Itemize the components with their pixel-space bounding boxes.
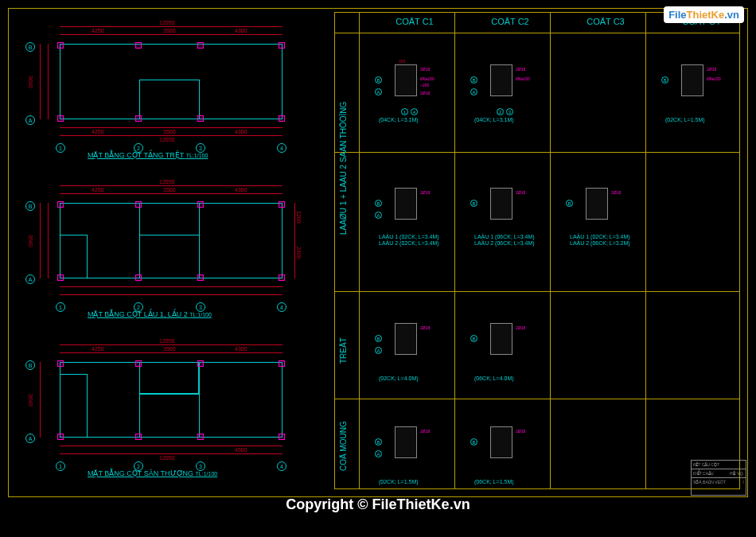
dim-s3-3: 4300: [235, 346, 247, 352]
r4-axis-a: A: [375, 450, 382, 457]
dim-1200: 1200: [296, 211, 302, 224]
col-mark-2a: [135, 42, 142, 49]
axis-a: A: [375, 88, 382, 95]
r4-axis-b: B: [375, 438, 382, 446]
section-r2c2: B 2Ø18 LAÀU 1 (06CK; L=3.4M) LAÀU 2 (06C…: [458, 168, 546, 247]
sl-r2c1b: LAÀU 2 (02CK; L=3.4M): [379, 240, 439, 246]
section-r3c1: B A 2Ø18 (02CK; L=4.0M): [363, 303, 450, 383]
dim-span1: 4250: [92, 28, 104, 33]
dim-s1-2: 4250: [92, 187, 104, 193]
dim-bot-spans2: [60, 286, 283, 287]
row-label-ground: TREÄT: [339, 315, 348, 387]
dim-top-spans2: [60, 193, 283, 194]
dim-total-b: 12050: [159, 137, 174, 142]
dim-span2: 3500: [163, 28, 176, 33]
section-r4c2: B 2Ø18 (06CK; L=1.5M): [458, 407, 546, 486]
r3c2-axis-b: B: [470, 335, 477, 342]
cm3-3b: [197, 434, 204, 440]
dim-bot-spans: [60, 127, 283, 128]
dim-total2: 12050: [159, 179, 174, 185]
dim-bot-total: [60, 135, 283, 136]
col-mark-4a: [279, 42, 285, 49]
floor-plan-floors12: 12050 4250 3500 4300 3640 1200 2400 1 2 …: [16, 179, 310, 314]
col-mark-3b: [197, 115, 204, 122]
grid2-4: 4: [277, 302, 286, 312]
row-label-roof: LAÀØU 1 + LAÀU 2 SAÂN THÖÔÏNG: [339, 45, 348, 291]
dim-width2: 3640: [28, 235, 33, 247]
axis-2: 2: [497, 108, 504, 115]
tb-l1: KIỂT CAẤU HỆ: VQ.: [692, 469, 746, 478]
header-c3: COÄT C3: [574, 17, 637, 26]
sect-rect: [395, 426, 417, 458]
dim-top-spans: [60, 34, 283, 35]
grid2-1: 1: [56, 302, 65, 312]
plan-title-roof: MẶT BẰNG CỘT SÂN THƯỢNG TL:1/100: [88, 469, 217, 477]
cm3-4b: [279, 434, 285, 440]
copyright-text: Copyright © FileThietKe.vn: [286, 496, 470, 513]
sl-r4c1: (02CK; L=1.5M): [379, 479, 419, 484]
stair-box3: [60, 374, 88, 438]
void-box: [139, 362, 199, 394]
dim-left2b: [48, 203, 49, 278]
iw3-2: [199, 362, 200, 438]
dim-bot-total2: [60, 294, 283, 295]
row-label-foundation: COÅ MOÙNG: [339, 411, 348, 482]
grid-a: A: [25, 115, 35, 125]
sect-rect: [490, 64, 512, 96]
cm3-4a: [279, 360, 285, 367]
vl-3: [645, 13, 646, 488]
r2c2-axis-b: B: [470, 200, 477, 207]
r2c3-axis-b: B: [566, 200, 573, 207]
dim-top-total3: [60, 344, 283, 345]
sect-rect: [395, 323, 417, 355]
r4-rb: 2Ø18: [420, 429, 430, 434]
vl-0: [359, 13, 360, 488]
sl-r2c2b: LAÀU 2 (06CK; L=3.4M): [474, 240, 535, 246]
axis-b: B: [470, 76, 477, 84]
floor-plan-ground: 12050 4250 3500 4300 3640 4250 3500 4300…: [16, 20, 310, 155]
dim-total-length: 12050: [159, 20, 174, 25]
grid2-b: B: [25, 201, 35, 211]
dim-span2b: 3500: [163, 129, 176, 134]
dim-top-spans3: [60, 352, 283, 353]
dim-left-2: [48, 44, 49, 119]
r2c3-rb: 2Ø18: [611, 190, 621, 195]
cm2-3b: [197, 274, 204, 281]
hl-0: [335, 33, 739, 33]
r4c2-rb: 2Ø18: [516, 429, 525, 434]
dim-top-total2: [60, 185, 283, 186]
dim-width3: 3640: [28, 394, 33, 407]
floor-plans-panel: 12050 4250 3500 4300 3640 4250 3500 4300…: [0, 8, 318, 501]
section-r1c2: B A 2 3 2Ø18 Ø6a150 (04CK; L=3.1M): [458, 45, 546, 124]
sl-02ck15: (02CK; L=1.5M): [665, 117, 705, 123]
r4c2-axis-b: B: [470, 438, 477, 446]
dim-s1-3: 4250: [92, 346, 104, 352]
r3-axis-b: B: [375, 335, 382, 342]
dim-left-1: [40, 44, 41, 119]
hl-1: [335, 152, 739, 153]
sect-rect: [395, 64, 417, 96]
col-mark-1a: [57, 42, 64, 49]
sect-rect: [586, 188, 608, 220]
dim-left2: [40, 203, 41, 278]
grid3-b: B: [25, 360, 35, 370]
r2-axis-a: A: [375, 212, 382, 219]
rb-a200: ~200: [420, 83, 429, 88]
logo-file: File: [668, 9, 686, 21]
r2c2-rb: 2Ø18: [516, 190, 525, 195]
r3c2-rb: 2Ø18: [516, 325, 525, 330]
axis-3: 3: [506, 108, 513, 115]
dim-right2: [294, 203, 295, 278]
r2-rb: 2Ø18: [420, 190, 430, 195]
section-r1c1: B A 1 4 200 2Ø18 Ø6a150 ~200 2Ø18 (04CK;…: [363, 45, 450, 124]
iw2-3: [139, 235, 199, 235]
axis-b: B: [375, 76, 382, 84]
dim-total3b: 12050: [159, 455, 174, 461]
dim-left3: [40, 362, 41, 438]
title-text2: MẶT BẰNG CỘT LẦU 1, LẦU 2: [88, 310, 188, 318]
scale-text3: TL:1/100: [196, 471, 218, 477]
sect-rect: [490, 323, 512, 355]
dim-bot-spans3: [60, 446, 283, 446]
plan-title-ground: MẶT BẰNG CỘT TẦNG TRỆT TL:1/100: [88, 151, 208, 159]
rb2-6a150: Ø6a150: [516, 76, 530, 81]
